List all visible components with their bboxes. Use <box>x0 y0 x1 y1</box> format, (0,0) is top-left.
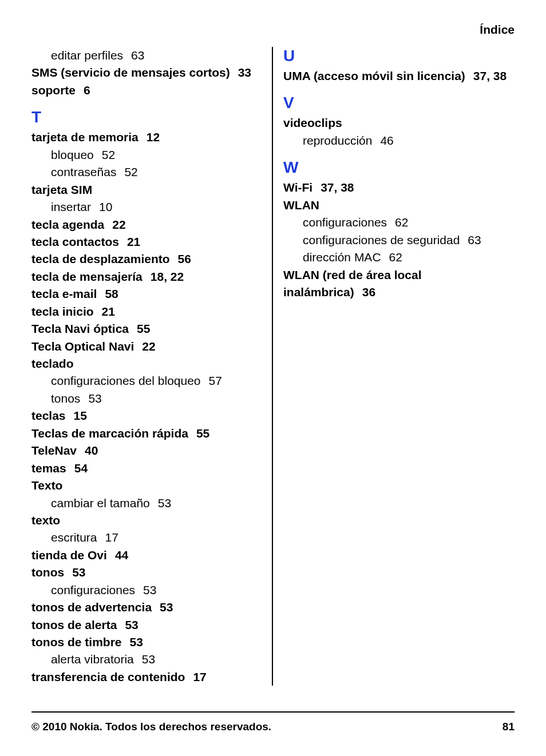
index-page-ref: 52 <box>124 165 137 178</box>
index-entry: UMA (acceso móvil sin licencia)37, 38 <box>283 67 515 85</box>
index-entry: texto <box>31 512 262 529</box>
index-entry: tarjeta SIM <box>31 181 262 198</box>
index-page-ref: 53 <box>142 652 155 666</box>
index-label: tecla inicio <box>31 305 94 318</box>
index-label: UMA (acceso móvil sin licencia) <box>283 69 465 82</box>
index-subentry: configuraciones del bloqueo57 <box>31 372 262 389</box>
index-page-ref: 40 <box>85 444 98 457</box>
index-label: dirección MAC <box>303 250 381 264</box>
index-entry: tecla agenda22 <box>31 216 262 233</box>
index-label: Tecla Navi óptica <box>31 322 129 335</box>
index-entry: teclado <box>31 355 262 372</box>
index-subentry: insertar10 <box>31 198 262 216</box>
page: Índice editar perfiles63SMS (servicio de… <box>0 0 546 756</box>
index-page-ref: 21 <box>127 235 140 248</box>
index-label: TeleNav <box>31 444 77 457</box>
index-page-ref: 53 <box>88 392 101 405</box>
index-label: videoclips <box>283 116 342 129</box>
index-label: tienda de Ovi <box>31 548 107 562</box>
index-label: Wi-Fi <box>283 181 312 194</box>
index-subentry: configuraciones53 <box>31 582 262 599</box>
index-subentry: tonos53 <box>31 390 262 407</box>
index-label: tonos <box>51 392 80 405</box>
header-title: Índice <box>31 23 515 37</box>
index-label: bloqueo <box>51 148 94 161</box>
index-page-ref: 53 <box>160 600 173 614</box>
index-page-ref: 44 <box>115 548 128 562</box>
index-label: alerta vibratoria <box>51 652 134 666</box>
index-entry: Wi-Fi37, 38 <box>283 179 515 196</box>
index-entry: tecla contactos21 <box>31 233 262 250</box>
index-label: editar perfiles <box>51 49 123 62</box>
index-label: cambiar el tamaño <box>51 496 150 510</box>
index-page-ref: 58 <box>105 287 118 300</box>
index-page-ref: 6 <box>84 83 90 97</box>
index-label: tecla de mensajería <box>31 270 143 283</box>
index-label: SMS (servicio de mensajes cortos) <box>31 66 230 79</box>
section-letter: U <box>283 47 515 65</box>
column-right: UUMA (acceso móvil sin licencia)37, 38Vv… <box>273 47 515 686</box>
index-page-ref: 37, 38 <box>321 181 354 194</box>
index-label: WLAN <box>283 198 319 212</box>
index-entry: tienda de Ovi44 <box>31 547 262 564</box>
index-entry: tonos de advertencia53 <box>31 599 262 616</box>
index-page-ref: 53 <box>158 496 171 510</box>
column-left: editar perfiles63SMS (servicio de mensaj… <box>31 47 273 686</box>
index-entry: tecla inicio21 <box>31 303 262 320</box>
index-page-ref: 56 <box>178 252 191 265</box>
index-label: escritura <box>51 531 97 544</box>
index-label: texto <box>31 514 60 527</box>
index-entry: WLAN (red de área local inalámbrica)36 <box>283 266 515 301</box>
footer-page-number: 81 <box>503 721 515 733</box>
index-entry: Texto <box>31 477 262 494</box>
index-page-ref: 57 <box>209 374 222 387</box>
index-entry: videoclips <box>283 114 515 132</box>
index-entry: Tecla Navi óptica55 <box>31 320 262 337</box>
index-page-ref: 15 <box>74 409 87 422</box>
footer: © 2010 Nokia. Todos los derechos reserva… <box>31 711 515 733</box>
index-entry: tecla de mensajería18, 22 <box>31 268 262 285</box>
index-entry: temas54 <box>31 460 262 477</box>
index-label: tecla e-mail <box>31 287 97 300</box>
section-letter: V <box>283 94 515 112</box>
index-label: teclas <box>31 409 66 422</box>
index-page-ref: 12 <box>147 130 160 144</box>
index-subentry: dirección MAC62 <box>283 249 515 266</box>
index-label: configuraciones <box>51 583 135 596</box>
index-label: soporte <box>31 83 76 97</box>
index-entry: tonos53 <box>31 564 262 581</box>
index-subentry: alerta vibratoria53 <box>31 651 262 668</box>
index-label: transferencia de contenido <box>31 670 185 683</box>
index-label: configuraciones del bloqueo <box>51 374 201 387</box>
index-entry: WLAN <box>283 197 515 214</box>
index-label: tonos <box>31 566 64 579</box>
index-page-ref: 55 <box>196 427 209 440</box>
index-subentry: escritura17 <box>31 529 262 546</box>
index-label: configuraciones de seguridad <box>303 233 460 246</box>
index-subentry: bloqueo52 <box>31 146 262 164</box>
index-page-ref: 53 <box>125 618 138 631</box>
index-page-ref: 55 <box>137 322 150 335</box>
index-entry: teclas15 <box>31 407 262 424</box>
index-entry: Teclas de marcación rápida55 <box>31 425 262 442</box>
index-label: reproducción <box>303 134 372 147</box>
index-label: tarjeta SIM <box>31 183 92 196</box>
index-label: WLAN (red de área local inalámbrica) <box>283 268 422 299</box>
index-subentry: editar perfiles63 <box>31 47 262 64</box>
section-letter: T <box>31 108 262 126</box>
index-page-ref: 37, 38 <box>473 69 507 82</box>
index-page-ref: 21 <box>102 305 115 318</box>
index-page-ref: 17 <box>105 531 118 544</box>
index-page-ref: 33 <box>238 66 251 79</box>
index-page-ref: 17 <box>193 670 206 683</box>
index-entry: TeleNav40 <box>31 442 262 459</box>
index-page-ref: 53 <box>72 566 85 579</box>
index-page-ref: 53 <box>143 583 156 596</box>
index-page-ref: 63 <box>468 233 481 246</box>
index-label: temas <box>31 461 66 475</box>
index-label: Tecla Optical Navi <box>31 340 134 353</box>
index-subentry: cambiar el tamaño53 <box>31 495 262 512</box>
index-entry: tarjeta de memoria12 <box>31 129 262 146</box>
index-entry: tonos de alerta53 <box>31 616 262 634</box>
index-entry: soporte6 <box>31 82 262 99</box>
